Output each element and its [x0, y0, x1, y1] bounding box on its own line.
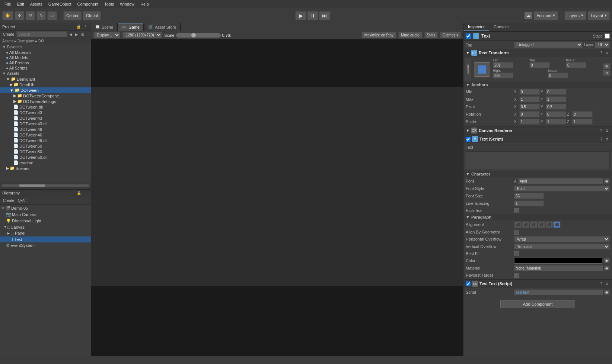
static-checkbox[interactable]	[605, 33, 610, 39]
align-top-center[interactable]: ⬛	[522, 221, 529, 228]
line-spacing-field[interactable]	[514, 200, 544, 206]
project-scrollbar[interactable]	[0, 182, 91, 189]
hierarchy-lock-btn[interactable]: 🔒	[76, 191, 82, 196]
move-tool-btn[interactable]: ✛	[15, 11, 24, 20]
cloud-icon[interactable]: ☁	[525, 12, 532, 19]
test-text-enabled[interactable]	[466, 281, 471, 286]
hand-tool-btn[interactable]: ✋	[2, 11, 13, 20]
favorites-materials[interactable]: ● All Materials	[0, 50, 91, 55]
favorites-header[interactable]: ▼ Favorites	[0, 44, 91, 50]
add-component-btn[interactable]: Add Component	[500, 300, 576, 308]
font-field[interactable]	[518, 178, 603, 184]
asset-dotween50[interactable]: 📄 DOTween50	[0, 143, 91, 149]
asset-dotween43[interactable]: 📄 DOTween43	[0, 110, 91, 115]
asset-dotween43-2[interactable]: 📄 DOTween43	[0, 115, 91, 121]
hier-main-camera[interactable]: 📷 Main Camera	[0, 212, 91, 218]
hierarchy-menu-btn[interactable]: ⋮	[83, 191, 89, 196]
script-field[interactable]	[514, 289, 603, 295]
rect-r-btn[interactable]: R	[603, 70, 611, 76]
center-btn[interactable]: Center	[63, 11, 82, 20]
asset-scenes[interactable]: ▶ 📁 Scenes	[0, 165, 91, 171]
color-swatch[interactable]	[514, 258, 602, 264]
pivot-x[interactable]	[519, 104, 540, 110]
asset-dotween46-dll[interactable]: 📄 DOTween46.dll	[0, 138, 91, 143]
asset-dotween-dll[interactable]: 📄 DOTween.dll	[0, 104, 91, 110]
rot-x[interactable]	[519, 111, 540, 117]
scale-y[interactable]	[546, 119, 566, 125]
rot-y[interactable]	[546, 111, 566, 117]
asset-dotween46-2[interactable]: 📄 DOTween46	[0, 132, 91, 138]
asset-dotween50-2[interactable]: 📄 DOTween50	[0, 149, 91, 154]
menu-window[interactable]: Window	[117, 1, 137, 7]
step-btn[interactable]: ⏭	[319, 11, 330, 20]
character-header[interactable]: ▼ Character	[463, 171, 612, 177]
rect-transform-header[interactable]: ▼ RT Rect Transform ? ⚙	[463, 49, 612, 57]
text-menu-btn[interactable]: ⚙	[604, 137, 610, 142]
anchor-max-y[interactable]	[546, 96, 566, 102]
testtext-menu-btn[interactable]: ⚙	[604, 281, 610, 286]
test-text-header[interactable]: CS Test Text (Script) ? ⚙	[463, 280, 612, 288]
left-field[interactable]	[493, 62, 513, 68]
rich-text-checkbox[interactable]	[514, 208, 519, 213]
favorites-models[interactable]: ● All Models	[0, 55, 91, 60]
text-script-enabled[interactable]	[466, 137, 471, 142]
text-textarea[interactable]	[466, 151, 610, 170]
favorites-scripts[interactable]: ● All Scripts	[0, 65, 91, 71]
best-fit-checkbox[interactable]	[514, 251, 519, 256]
layers-btn[interactable]: Layers ▾	[564, 11, 586, 20]
asset-dotween-component[interactable]: ▶ 📁 DOTweenCompone...	[0, 93, 91, 99]
anchor-min-y[interactable]	[546, 89, 566, 95]
asset-dotween46[interactable]: 📄 DOTween46	[0, 126, 91, 132]
gizmos-btn[interactable]: Gizmos ▾	[440, 32, 461, 38]
asset-dotween43-dll[interactable]: 📄 DOTween43.dll	[0, 121, 91, 126]
project-menu-btn[interactable]: ⋮	[83, 24, 89, 29]
menu-file[interactable]: File	[1, 1, 14, 7]
rect-menu-btn[interactable]: ⚙	[604, 51, 610, 55]
align-mid-center[interactable]: ⬛	[545, 221, 553, 228]
hier-panel[interactable]: ▶ ▭ Panel	[0, 230, 91, 236]
tab-game[interactable]: 🎮 Game	[118, 23, 144, 31]
project-search-input[interactable]	[16, 31, 67, 37]
tab-console[interactable]: Console	[489, 23, 513, 31]
canvas-menu-btn[interactable]: ⚙	[604, 128, 610, 133]
scale-slider[interactable]	[176, 33, 221, 38]
assets-header[interactable]: ▼ Assets	[0, 71, 91, 76]
script-pick-btn[interactable]: ◉	[604, 290, 610, 295]
bottom-field[interactable]	[548, 73, 568, 78]
color-pick-btn[interactable]: ◉	[604, 258, 610, 263]
menu-edit[interactable]: Edit	[14, 1, 27, 7]
menu-tools[interactable]: Tools	[101, 1, 117, 7]
scale-z[interactable]	[572, 119, 593, 125]
anchor-min-x[interactable]	[519, 89, 540, 95]
display-select[interactable]: Display 1	[93, 32, 120, 38]
hierarchy-create-btn[interactable]: Create	[1, 198, 16, 203]
play-btn[interactable]: ▶	[295, 11, 306, 20]
text-info-btn[interactable]: ?	[599, 137, 603, 142]
pivot-y[interactable]	[546, 104, 566, 110]
asset-dotween[interactable]: ▼ 📁 DOTween	[0, 87, 91, 93]
rot-z[interactable]	[572, 111, 593, 117]
resolution-select[interactable]: 1280 (1280x720)	[122, 32, 162, 38]
menu-assets[interactable]: Assets	[27, 1, 45, 7]
align-top-right[interactable]: ⬛	[530, 221, 537, 228]
rect-extra-btn1[interactable]: ⊞	[603, 63, 611, 69]
font-size-field[interactable]	[514, 193, 544, 199]
asset-demigiant[interactable]: ▼ 📁 Demigiant	[0, 76, 91, 82]
project-create-btn[interactable]: Create	[1, 32, 16, 37]
text-script-header[interactable]: T Text (Script) ? ⚙	[463, 135, 612, 143]
project-nav-fwd[interactable]: ▶	[74, 32, 79, 37]
layout-btn[interactable]: Layout ▾	[588, 11, 610, 20]
material-field[interactable]	[514, 265, 603, 271]
font-pick-btn[interactable]: ◉	[604, 178, 610, 184]
hier-directional-light[interactable]: 💡 Directional Light	[0, 218, 91, 224]
font-style-select[interactable]: Bold Normal Italic	[514, 186, 610, 191]
menu-help[interactable]: Help	[137, 1, 152, 7]
material-pick-btn[interactable]: ◉	[604, 265, 610, 271]
v-overflow-select[interactable]: Truncate Overflow	[514, 244, 610, 249]
scale-tool-btn[interactable]: ⤡	[36, 11, 46, 20]
hier-eventsystem[interactable]: ⚙ EventSystem	[0, 242, 91, 249]
anchor-preset-widget[interactable]	[473, 58, 491, 81]
project-lock-btn[interactable]: 🔒	[75, 24, 82, 29]
layer-select[interactable]: UI	[595, 42, 610, 48]
canvas-info-btn[interactable]: ?	[599, 128, 603, 133]
